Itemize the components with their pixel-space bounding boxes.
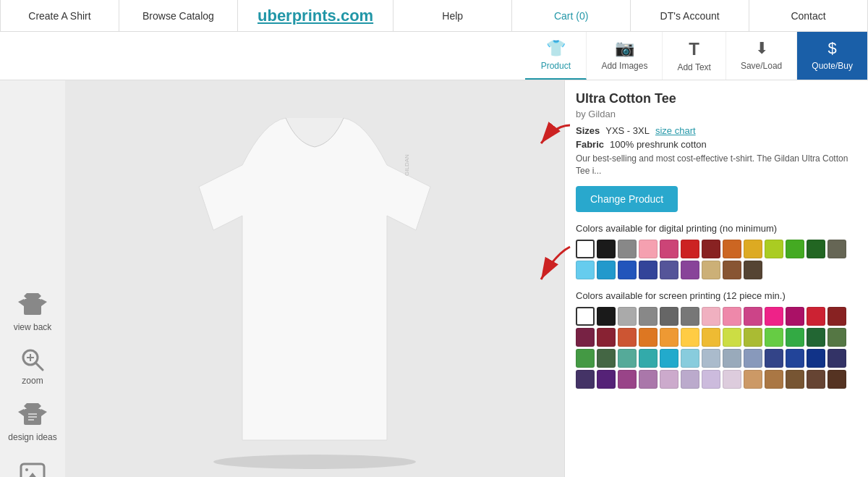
screen-color-swatch[interactable] [660,307,678,326]
tab-add-text[interactable]: T Add Text [663,32,726,80]
screen-color-swatch[interactable] [723,349,741,368]
screen-color-swatch[interactable] [744,370,762,389]
screen-color-swatch[interactable] [681,328,699,347]
screen-color-swatch[interactable] [744,307,762,326]
nav-browse-catalog[interactable]: Browse Catalog [119,0,238,32]
screen-color-swatch[interactable] [681,307,699,326]
screen-color-swatch[interactable] [639,328,658,347]
screen-color-grid [576,307,857,389]
screen-color-swatch[interactable] [597,349,616,368]
screen-color-swatch[interactable] [576,307,595,326]
view-back-icon [18,290,47,319]
screen-color-swatch[interactable] [597,370,616,389]
tab-add-images[interactable]: 📷 Add Images [587,32,663,80]
digital-color-swatch[interactable] [576,240,595,258]
digital-color-swatch[interactable] [807,240,825,258]
view-back-action[interactable]: view back [14,290,52,332]
screen-color-swatch[interactable] [827,328,846,347]
screen-color-swatch[interactable] [807,328,825,347]
digital-color-swatch[interactable] [765,240,783,258]
digital-color-swatch[interactable] [681,261,699,279]
digital-color-swatch[interactable] [744,240,762,258]
screen-color-swatch[interactable] [618,349,637,368]
digital-color-swatch[interactable] [744,261,762,279]
screen-color-swatch[interactable] [660,349,678,368]
screen-color-swatch[interactable] [786,370,804,389]
screen-color-swatch[interactable] [639,307,658,326]
sizes-value: YXS - 3XL [605,125,650,136]
digital-color-swatch[interactable] [618,261,637,279]
digital-color-swatch[interactable] [639,240,658,258]
screen-color-swatch[interactable] [744,349,762,368]
nav-account[interactable]: DT's Account [631,0,749,32]
screen-color-swatch[interactable] [576,328,595,347]
nav-help[interactable]: Help [393,0,512,32]
tab-product[interactable]: 👕 Product [525,32,587,80]
screen-color-swatch[interactable] [786,349,804,368]
screen-color-swatch[interactable] [639,370,658,389]
screen-color-swatch[interactable] [618,328,637,347]
digital-color-swatch[interactable] [576,261,595,279]
screen-color-swatch[interactable] [744,328,762,347]
digital-color-swatch[interactable] [786,240,804,258]
digital-color-swatch[interactable] [597,240,616,258]
text-icon: T [689,39,699,59]
digital-color-swatch[interactable] [702,240,720,258]
share-action[interactable]: share [20,457,46,477]
digital-color-swatch[interactable] [702,261,720,279]
screen-color-swatch[interactable] [639,349,658,368]
nav-cart[interactable]: Cart (0) [512,0,631,32]
screen-color-swatch[interactable] [681,349,699,368]
screen-color-swatch[interactable] [765,307,783,326]
nav-logo[interactable]: uberprints.com [238,0,393,32]
screen-color-swatch[interactable] [576,370,595,389]
screen-color-swatch[interactable] [786,307,804,326]
screen-color-swatch[interactable] [723,307,741,326]
screen-color-swatch[interactable] [827,349,846,368]
screen-color-swatch[interactable] [807,349,825,368]
screen-color-swatch[interactable] [827,370,846,389]
screen-color-swatch[interactable] [576,349,595,368]
screen-color-swatch[interactable] [618,307,637,326]
screen-color-swatch[interactable] [618,370,637,389]
digital-color-swatch[interactable] [681,240,699,258]
svg-rect-14 [28,419,34,421]
screen-color-swatch[interactable] [765,349,783,368]
digital-color-swatch[interactable] [660,261,678,279]
screen-color-swatch[interactable] [807,307,825,326]
digital-color-swatch[interactable] [723,240,741,258]
digital-color-swatch[interactable] [639,261,658,279]
digital-color-swatch[interactable] [597,261,616,279]
screen-color-swatch[interactable] [702,370,720,389]
screen-color-swatch[interactable] [597,307,616,326]
tool-tabs-bar: 👕 Product 📷 Add Images T Add Text ⬇ Save… [0,32,868,80]
screen-color-swatch[interactable] [723,370,741,389]
digital-color-swatch[interactable] [827,240,846,258]
digital-color-swatch[interactable] [660,240,678,258]
design-ideas-action[interactable]: design ideas [8,400,56,442]
screen-color-swatch[interactable] [702,328,720,347]
screen-color-swatch[interactable] [702,307,720,326]
tab-save-load[interactable]: ⬇ Save/Load [726,32,797,80]
screen-color-swatch[interactable] [660,370,678,389]
screen-color-swatch[interactable] [807,370,825,389]
screen-color-swatch[interactable] [765,328,783,347]
screen-color-swatch[interactable] [827,307,846,326]
screen-color-swatch[interactable] [702,349,720,368]
change-product-button[interactable]: Change Product [576,186,678,212]
tab-quote-buy[interactable]: $ Quote/Buy [797,32,868,80]
svg-marker-1 [24,293,41,299]
digital-color-swatch[interactable] [618,240,637,258]
digital-color-swatch[interactable] [723,261,741,279]
nav-contact[interactable]: Contact [749,0,868,32]
zoom-action[interactable]: zoom [20,347,46,386]
screen-color-swatch[interactable] [723,328,741,347]
screen-color-swatch[interactable] [765,370,783,389]
screen-color-swatch[interactable] [681,370,699,389]
main-layout: view back zoom design ideas [0,80,868,477]
screen-color-swatch[interactable] [786,328,804,347]
nav-create-shirt[interactable]: Create A Shirt [0,0,119,32]
screen-color-swatch[interactable] [660,328,678,347]
screen-color-swatch[interactable] [597,328,616,347]
size-chart-link[interactable]: size chart [655,125,696,136]
